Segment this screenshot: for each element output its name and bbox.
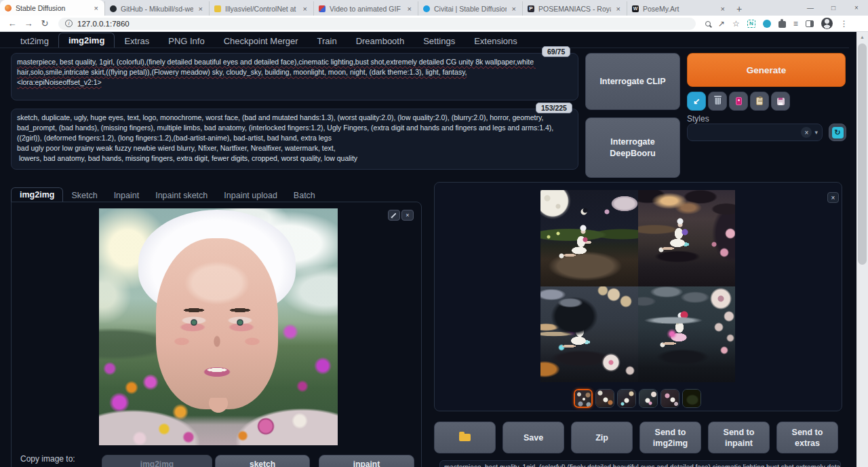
prompt-input[interactable]: masterpiece, best quality, 1girl, (color…	[11, 53, 578, 100]
zip-button[interactable]: Zip	[571, 422, 633, 453]
tab-checkpoint-merger[interactable]: Checkpoint Merger	[214, 34, 308, 48]
save-style-button[interactable]	[771, 92, 790, 111]
subtab-inpaint-upload[interactable]: Inpaint upload	[216, 189, 285, 202]
tab-close-icon[interactable]: ×	[302, 5, 309, 13]
tab-settings[interactable]: Settings	[414, 34, 465, 48]
profile-avatar[interactable]	[821, 18, 833, 29]
tab-close-icon[interactable]: ×	[719, 5, 726, 13]
tab-close-icon[interactable]: ×	[615, 5, 622, 13]
gallery-image-3[interactable]	[540, 286, 638, 383]
page-scrollbar[interactable]: ▲	[856, 32, 868, 467]
copy-to-sketch-button[interactable]: sketch	[215, 455, 310, 467]
remove-image-button[interactable]: ×	[401, 210, 414, 221]
extensions-puzzle-icon[interactable]	[778, 21, 786, 28]
browser-menu-icon[interactable]: ⋮	[840, 19, 848, 29]
page-info-icon[interactable]: i	[65, 20, 73, 27]
gallery-close-button[interactable]: ×	[827, 192, 839, 203]
screen: Stable Diffusion × GitHub - Mikubill/sd-…	[0, 0, 868, 467]
browser-tab-posemyart[interactable]: W PoseMy.Art ×	[627, 1, 731, 16]
gallery-thumbnail-4[interactable]	[639, 389, 658, 408]
extension-dot-icon[interactable]	[763, 20, 771, 28]
negative-prompt-input[interactable]: sketch, duplicate, ugly, huge eyes, text…	[11, 109, 578, 170]
gallery-thumbnail-6[interactable]	[682, 389, 701, 408]
folder-icon	[459, 434, 471, 441]
gallery-image-1[interactable]	[540, 190, 638, 286]
tab-close-icon[interactable]: ×	[93, 4, 100, 12]
save-button[interactable]: Save	[502, 422, 564, 453]
apply-styles-button[interactable]	[750, 92, 769, 111]
art-shape	[99, 398, 338, 445]
scrollbar-up-icon[interactable]: ▲	[856, 32, 868, 42]
styles-dropdown[interactable]: × ▾	[687, 124, 823, 141]
copy-to-img2img-button[interactable]: img2img	[102, 455, 212, 467]
subtab-sketch[interactable]: Sketch	[63, 189, 105, 202]
input-image[interactable]	[99, 208, 338, 445]
zoom-icon[interactable]	[705, 21, 711, 26]
subtab-img2img[interactable]: img2img	[11, 187, 63, 202]
reload-button[interactable]: ↻	[37, 18, 53, 29]
send-to-img2img-button[interactable]: Send to img2img	[639, 422, 701, 453]
tune-icon[interactable]: ≡	[793, 19, 798, 29]
subtab-inpaint[interactable]: Inpaint	[106, 189, 148, 202]
tab-txt2img[interactable]: txt2img	[11, 34, 58, 48]
gallery-thumbnail-1[interactable]	[574, 389, 593, 408]
subtab-batch[interactable]: Batch	[285, 189, 323, 202]
browser-tab-civitai[interactable]: Civitai | Stable Diffusion models ×	[418, 1, 522, 16]
browser-tab-stable-diffusion[interactable]: Stable Diffusion ×	[0, 0, 104, 16]
new-tab-button[interactable]: +	[731, 1, 747, 16]
window-close-button[interactable]: ×	[845, 4, 868, 12]
gallery-image-4[interactable]	[638, 286, 736, 383]
tab-extensions[interactable]: Extensions	[465, 34, 527, 48]
browser-tab-github[interactable]: GitHub - Mikubill/sd-webui-con ×	[104, 1, 209, 16]
bookmark-star-icon[interactable]: ☆	[732, 19, 740, 29]
tab-dreambooth[interactable]: Dreambooth	[347, 34, 414, 48]
scrollbar-thumb[interactable]	[858, 43, 867, 265]
tab-title: Illyasviel/ControlNet at main	[225, 5, 298, 13]
paste-params-button[interactable]: ↙	[687, 92, 706, 111]
generation-info-text[interactable]: masterpiece, best quality, 1girl, (color…	[439, 460, 841, 467]
gallery-image-2[interactable]	[638, 190, 736, 286]
copy-image-to-label: Copy image to:	[20, 454, 75, 464]
result-gallery[interactable]	[540, 190, 735, 382]
gallery-thumbnail-2[interactable]	[595, 389, 614, 408]
tab-title: POSEMANIACS - Royalty free 3	[538, 5, 611, 13]
minimize-button[interactable]: —	[799, 4, 822, 12]
refresh-styles-button[interactable]: ↻	[829, 124, 846, 141]
edit-image-button[interactable]	[388, 210, 400, 221]
interrogate-clip-button[interactable]: Interrogate CLIP	[585, 53, 680, 110]
generate-button[interactable]: Generate	[687, 53, 846, 87]
copy-to-inpaint-button[interactable]: inpaint	[319, 455, 414, 467]
extra-networks-button[interactable]	[729, 92, 748, 111]
clear-prompt-button[interactable]	[708, 92, 727, 111]
toolbar-actions: ↗ ☆ N ≡ ⋮	[705, 18, 848, 29]
forward-button[interactable]: →	[20, 18, 37, 29]
interrogate-deepbooru-button[interactable]: Interrogate DeepBooru	[585, 117, 680, 178]
tab-close-icon[interactable]: ×	[511, 5, 517, 13]
maximize-button[interactable]: □	[822, 4, 845, 12]
browser-tab-controlnet[interactable]: Illyasviel/ControlNet at main ×	[209, 1, 313, 16]
send-to-inpaint-button[interactable]: Send to inpaint	[708, 422, 770, 453]
back-button[interactable]: ←	[4, 18, 20, 29]
browser-tab-posemaniacs[interactable]: P POSEMANIACS - Royalty free 3 ×	[522, 1, 627, 16]
tab-png-info[interactable]: PNG Info	[159, 34, 214, 48]
address-bar[interactable]: i 127.0.0.1:7860	[58, 18, 696, 30]
art-shape	[596, 390, 614, 407]
send-to-extras-button[interactable]: Send to extras	[776, 422, 838, 453]
gallery-thumbnail-5[interactable]	[660, 389, 679, 408]
tab-close-icon[interactable]: ×	[197, 5, 204, 13]
tab-train[interactable]: Train	[308, 34, 347, 48]
clear-styles-icon[interactable]: ×	[801, 127, 812, 138]
share-icon[interactable]: ↗	[718, 19, 725, 29]
browser-tab-gif-converter[interactable]: Video to animated GIF converter ×	[313, 1, 418, 16]
open-folder-button[interactable]	[434, 422, 496, 453]
tab-close-icon[interactable]: ×	[406, 5, 413, 13]
sidebar-panel-icon[interactable]	[806, 20, 814, 27]
subtab-inpaint-sketch[interactable]: Inpaint sketch	[147, 189, 216, 202]
card-icon	[736, 97, 742, 105]
tab-extras[interactable]: Extras	[115, 34, 159, 48]
gallery-thumbnail-3[interactable]	[617, 389, 636, 408]
gallery-thumbnails	[574, 389, 701, 408]
extension-n-icon[interactable]: N	[747, 20, 755, 28]
tab-img2img[interactable]: img2img	[58, 33, 115, 48]
divider	[0, 48, 849, 48]
